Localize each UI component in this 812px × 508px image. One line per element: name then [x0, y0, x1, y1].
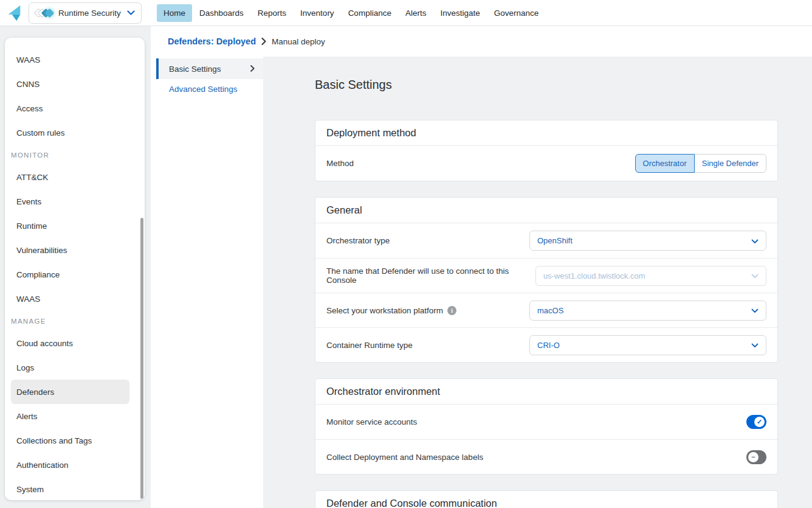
minus-icon: −: [748, 452, 759, 462]
deployment-method-card: Deployment method Method Orchestrator Si…: [315, 120, 778, 181]
sidebar-item-attck[interactable]: ATT&CK: [11, 165, 129, 189]
sidebar-item-vulnerabilities[interactable]: Vulnerabilities: [11, 238, 129, 262]
info-icon[interactable]: i: [447, 306, 456, 315]
chevron-down-icon: [751, 339, 759, 350]
chevron-down-icon: [751, 270, 759, 281]
workstation-platform-select[interactable]: macOS: [529, 301, 766, 321]
sidebar-section-manage: MANAGE: [5, 311, 145, 331]
general-title: General: [315, 198, 777, 223]
breadcrumb-parent-link[interactable]: Defenders: Deployed: [168, 37, 256, 46]
chevron-right-icon: [250, 64, 255, 74]
method-segmented-control: Orchestrator Single Defender: [635, 154, 766, 173]
orchestrator-environment-card: Orchestrator environment Monitor service…: [315, 378, 778, 475]
chevron-down-icon: [751, 305, 759, 316]
collect-labels-toggle[interactable]: −: [746, 450, 766, 464]
subnav-basic-settings[interactable]: Basic Settings: [156, 58, 263, 79]
sidebar-item-waas-monitor[interactable]: WAAS: [11, 287, 129, 311]
sidebar-scrollbar[interactable]: [140, 218, 143, 499]
general-card: General Orchestrator type OpenShift The …: [315, 197, 778, 363]
console-name-label: The name that Defender will use to conne…: [326, 266, 535, 285]
sidebar-item-waas[interactable]: WAAS: [11, 47, 129, 72]
chevron-down-icon: [751, 235, 759, 246]
page-title: Basic Settings: [315, 78, 778, 92]
sidebar-item-collections-and-tags[interactable]: Collections and Tags: [11, 428, 129, 453]
console-name-value: us-west1.cloud.twistlock.com: [543, 271, 645, 280]
sidebar-item-events[interactable]: Events: [11, 189, 129, 214]
method-option-orchestrator[interactable]: Orchestrator: [635, 154, 695, 173]
sidebar-item-cnns[interactable]: CNNS: [11, 72, 129, 96]
module-selector[interactable]: Runtime Security: [29, 2, 142, 24]
sidebar-item-alerts[interactable]: Alerts: [11, 404, 129, 428]
topnav-governance[interactable]: Governance: [487, 4, 546, 22]
sidebar-item-authentication[interactable]: Authentication: [11, 453, 129, 477]
sidebar-item-custom-rules[interactable]: Custom rules: [11, 120, 129, 145]
subnav-advanced-settings[interactable]: Advanced Settings: [151, 79, 263, 99]
chevron-down-icon: [127, 10, 135, 16]
topnav-compliance[interactable]: Compliance: [342, 4, 398, 22]
monitor-service-accounts-label: Monitor service accounts: [326, 417, 417, 426]
workstation-platform-label-text: Select your workstation platform: [326, 306, 443, 315]
topnav-dashboards[interactable]: Dashboards: [193, 4, 250, 22]
method-label: Method: [326, 159, 354, 168]
settings-subnav: Basic Settings Advanced Settings: [151, 57, 263, 508]
deployment-method-title: Deployment method: [315, 120, 777, 146]
sidebar: WAAS CNNS Access Custom rules MONITOR AT…: [5, 38, 145, 500]
content-area: Defenders: Deployed Manual deploy Basic …: [151, 26, 812, 508]
workstation-platform-value: macOS: [537, 306, 563, 315]
orchestrator-type-label: Orchestrator type: [326, 236, 390, 245]
sidebar-item-system[interactable]: System: [11, 477, 129, 500]
container-runtime-select[interactable]: CRI-O: [529, 335, 766, 355]
prisma-cloud-logo-icon: [5, 4, 23, 22]
topnav-reports[interactable]: Reports: [251, 4, 293, 22]
container-runtime-label: Container Runtime type: [326, 341, 413, 350]
top-nav: Home Dashboards Reports Inventory Compli…: [157, 0, 546, 26]
main-panel: Basic Settings Deployment method Method …: [263, 57, 812, 508]
sidebar-item-logs[interactable]: Logs: [11, 355, 129, 380]
sidebar-item-defenders[interactable]: Defenders: [11, 380, 129, 404]
topnav-inventory[interactable]: Inventory: [294, 4, 341, 22]
top-bar: Runtime Security Home Dashboards Reports…: [0, 0, 812, 26]
workstation-platform-label: Select your workstation platform i: [326, 306, 456, 315]
topnav-investigate[interactable]: Investigate: [433, 4, 486, 22]
defender-console-communication-card: Defender and Console communication: [315, 490, 778, 508]
topnav-home[interactable]: Home: [157, 4, 192, 22]
topnav-alerts[interactable]: Alerts: [399, 4, 433, 22]
sidebar-item-cloud-accounts[interactable]: Cloud accounts: [11, 331, 129, 355]
breadcrumb-chevron-icon: [261, 38, 266, 45]
orchestrator-environment-title: Orchestrator environment: [315, 379, 777, 405]
check-icon: ✓: [754, 417, 765, 427]
subnav-basic-settings-label: Basic Settings: [169, 64, 221, 74]
left-rail: WAAS CNNS Access Custom rules MONITOR AT…: [0, 26, 151, 508]
orchestrator-type-select[interactable]: OpenShift: [529, 231, 766, 251]
sidebar-item-runtime[interactable]: Runtime: [11, 214, 129, 238]
orchestrator-type-value: OpenShift: [537, 236, 573, 245]
breadcrumb: Defenders: Deployed Manual deploy: [151, 26, 812, 57]
sidebar-section-monitor: MONITOR: [5, 145, 145, 165]
sidebar-item-compliance[interactable]: Compliance: [11, 262, 129, 287]
module-selector-value: Runtime Security: [58, 9, 127, 18]
container-runtime-value: CRI-O: [537, 341, 560, 350]
modules-diamonds-icon: [35, 10, 53, 16]
defender-console-communication-title: Defender and Console communication: [315, 491, 777, 508]
monitor-service-accounts-toggle[interactable]: ✓: [746, 415, 766, 429]
breadcrumb-current: Manual deploy: [272, 37, 325, 46]
console-name-select: us-west1.cloud.twistlock.com: [535, 266, 766, 286]
sidebar-item-access[interactable]: Access: [11, 96, 129, 120]
method-option-single-defender[interactable]: Single Defender: [694, 154, 766, 173]
collect-labels-label: Collect Deployment and Namespace labels: [326, 453, 483, 462]
